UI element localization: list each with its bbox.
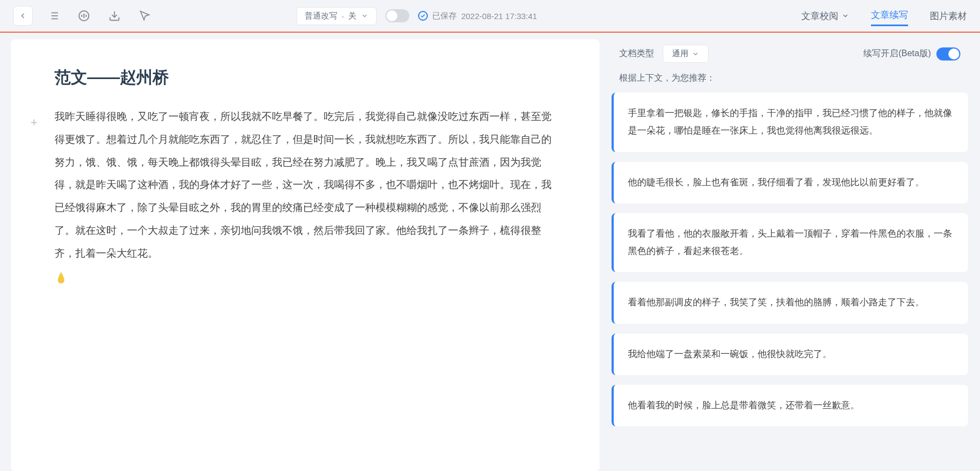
rewrite-separator: · xyxy=(342,11,344,21)
continuation-toggle[interactable] xyxy=(936,47,960,61)
suggestion-text: 他看着我的时候，脸上总是带着微笑，还带着一丝歉意。 xyxy=(628,400,860,410)
continuation-toggle-group: 续写开启(Beta版) xyxy=(863,47,960,61)
recommendation-label: 根据上下文，为您推荐： xyxy=(610,73,969,93)
suggestion-card[interactable]: 我看了看他，他的衣服敞开着，头上戴着一顶帽子，穿着一件黑色的衣服，一条黑色的裤子… xyxy=(612,213,968,273)
suggestion-card[interactable]: 我给他端了一盘素菜和一碗饭，他很快就吃完了。 xyxy=(612,334,968,375)
list-icon xyxy=(47,10,59,22)
document-body[interactable]: + 我昨天睡得很晚，又吃了一顿宵夜，所以我就不吃早餐了。吃完后，我觉得自己就像没… xyxy=(55,105,556,292)
cursor-button[interactable] xyxy=(135,6,155,26)
tab-image[interactable]: 图片素材 xyxy=(930,7,967,26)
add-line-button[interactable]: + xyxy=(31,110,38,136)
editor-panel[interactable]: 范文——赵州桥 + 我昨天睡得很晚，又吃了一顿宵夜，所以我就不吃早餐了。吃完后，… xyxy=(11,39,600,471)
rewrite-status: 关 xyxy=(348,11,356,21)
saved-time: 2022-08-21 17:33:41 xyxy=(461,11,537,21)
toolbar-right: 文章校阅 文章续写 图片素材 xyxy=(801,5,967,26)
document-title[interactable]: 范文——赵州桥 xyxy=(55,67,556,89)
toolbar-left xyxy=(13,6,155,26)
saved-label: 已保存 xyxy=(432,11,457,21)
download-button[interactable] xyxy=(105,6,124,26)
top-toolbar: 普通改写 · 关 已保存 2022-08-21 17:33:41 文章校阅 文章… xyxy=(0,0,980,33)
back-button[interactable] xyxy=(13,6,33,26)
document-body-text: 我昨天睡得很晚，又吃了一顿宵夜，所以我就不吃早餐了。吃完后，我觉得自己就像没吃过… xyxy=(55,111,552,259)
doc-type-value: 通用 xyxy=(672,49,688,59)
save-status: 已保存 2022-08-21 17:33:41 xyxy=(418,11,537,21)
right-panel-header: 文档类型 通用 续写开启(Beta版) xyxy=(610,39,969,73)
chevron-down-icon xyxy=(692,50,699,58)
doc-type-group: 文档类型 通用 xyxy=(619,45,709,63)
cursor-icon xyxy=(139,10,151,22)
tab-image-label: 图片素材 xyxy=(930,10,967,22)
audio-icon xyxy=(77,9,90,22)
suggestion-text: 看着他那副调皮的样子，我笑了笑，扶着他的胳膊，顺着小路走了下去。 xyxy=(628,297,924,307)
suggestion-text: 他的睫毛很长，脸上也有雀斑，我仔细看了看，发现他比以前更好看了。 xyxy=(628,177,924,188)
tab-review[interactable]: 文章校阅 xyxy=(801,7,849,26)
chevron-left-icon xyxy=(19,11,27,20)
download-icon xyxy=(108,10,120,22)
chevron-down-icon xyxy=(842,12,849,20)
check-circle-icon xyxy=(418,11,428,21)
suggestions-list[interactable]: 手里拿着一把银匙，修长的手指，干净的指甲，我已经习惯了他的样子，他就像是一朵花，… xyxy=(610,93,969,426)
audio-button[interactable] xyxy=(74,6,94,26)
tab-continuation[interactable]: 文章续写 xyxy=(871,5,908,26)
suggestion-card[interactable]: 他看着我的时候，脸上总是带着微笑，还带着一丝歉意。 xyxy=(612,385,968,426)
list-view-button[interactable] xyxy=(44,6,63,26)
suggestion-card[interactable]: 他的睫毛很长，脸上也有雀斑，我仔细看了看，发现他比以前更好看了。 xyxy=(612,162,968,203)
tab-continuation-label: 文章续写 xyxy=(871,9,908,21)
chevron-down-icon xyxy=(361,12,368,20)
suggestion-text: 我给他端了一盘素菜和一碗饭，他很快就吃完了。 xyxy=(628,349,832,359)
doc-type-label: 文档类型 xyxy=(619,49,654,58)
rewrite-toggle[interactable] xyxy=(385,9,409,22)
doc-type-select[interactable]: 通用 xyxy=(663,45,709,63)
rewrite-label: 普通改写 xyxy=(305,11,337,21)
suggestion-text: 手里拿着一把银匙，修长的手指，干净的指甲，我已经习惯了他的样子，他就像是一朵花，… xyxy=(628,108,952,136)
rewrite-mode-select[interactable]: 普通改写 · 关 xyxy=(297,7,377,25)
suggestion-card[interactable]: 手里拿着一把银匙，修长的手指，干净的指甲，我已经习惯了他的样子，他就像是一朵花，… xyxy=(612,93,968,152)
main-container: 范文——赵州桥 + 我昨天睡得很晚，又吃了一顿宵夜，所以我就不吃早餐了。吃完后，… xyxy=(0,33,980,471)
toolbar-middle: 普通改写 · 关 已保存 2022-08-21 17:33:41 xyxy=(297,7,537,25)
text-cursor-handle[interactable] xyxy=(57,269,65,281)
right-panel: 文档类型 通用 续写开启(Beta版) 根据上下文，为您推荐： 手里拿着一把银匙… xyxy=(610,39,980,471)
suggestion-card[interactable]: 看着他那副调皮的样子，我笑了笑，扶着他的胳膊，顺着小路走了下去。 xyxy=(612,282,968,323)
tab-review-label: 文章校阅 xyxy=(801,10,838,22)
suggestion-text: 我看了看他，他的衣服敞开着，头上戴着一顶帽子，穿着一件黑色的衣服，一条黑色的裤子… xyxy=(628,228,952,256)
continuation-label: 续写开启(Beta版) xyxy=(863,48,931,59)
